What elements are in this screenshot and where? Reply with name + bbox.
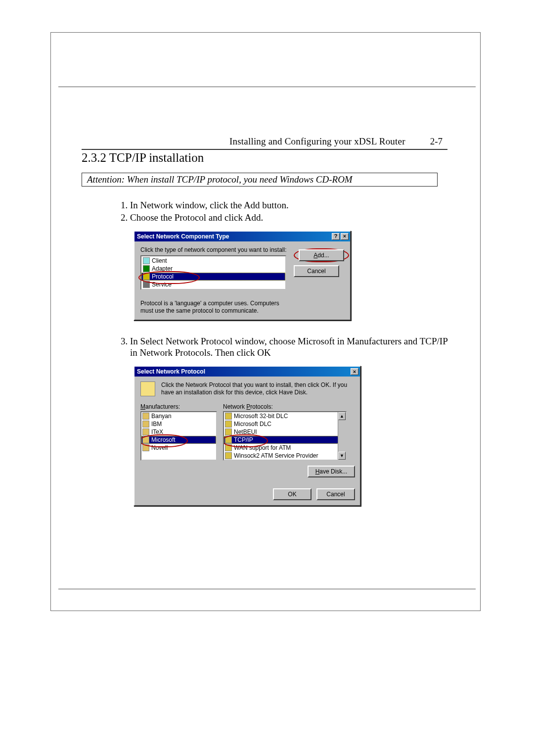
close-button-2[interactable]: × (351, 368, 358, 375)
proto-winsock[interactable]: Winsock2 ATM Service Provider (224, 452, 346, 460)
list-item-client[interactable]: Client (141, 257, 285, 265)
mfg-icon (142, 436, 149, 443)
proto-tcpip[interactable]: TCP/IP (224, 436, 346, 444)
dlc-label: Microsoft DLC (234, 421, 271, 427)
dialog1-title: Select Network Component Type (137, 233, 331, 240)
service-icon (143, 281, 150, 288)
client-icon (143, 257, 150, 264)
mfg-novell[interactable]: Novell (141, 444, 216, 452)
protocol-icon (143, 273, 150, 280)
dialog1-titlebar: Select Network Component Type ? × (134, 232, 350, 241)
client-label: Client (152, 257, 167, 264)
service-label: Service (152, 281, 172, 288)
proto-label-a: Network (223, 403, 246, 410)
protocol-label: Protocol (152, 273, 174, 280)
list-item-service[interactable]: Service (141, 281, 285, 288)
novell-label: Novell (151, 444, 168, 451)
netbeui-label: NetBEUI (234, 428, 257, 435)
proto-label-b: rotocols: (250, 403, 272, 410)
select-component-type-dialog: Select Network Component Type ? × Click … (134, 231, 351, 321)
microsoft-label: Microsoft (151, 436, 176, 443)
proto-icon (225, 428, 232, 435)
dialog2-screenshot: Select Network Protocol × Click the Netw… (134, 366, 447, 506)
page-content: Installing and Configuring your xDSL Rou… (82, 136, 447, 521)
have-disk-rest: ave Disk... (319, 468, 347, 475)
proto-dlc32[interactable]: Microsoft 32-bit DLC (224, 412, 346, 420)
mfg-icon (142, 444, 149, 451)
top-rule (58, 87, 476, 87)
mfg-ibm[interactable]: IBM (141, 420, 216, 428)
network-icon (140, 381, 155, 396)
close-button[interactable]: × (341, 233, 349, 240)
step-list-2: In Select Network Protocol window, choos… (116, 335, 447, 359)
proto-icon (225, 413, 232, 420)
mfg-itex[interactable]: ITeX (141, 428, 216, 436)
step-2: Choose the Protocol and click Add. (130, 212, 447, 224)
cancel-button-2[interactable]: Cancel (316, 488, 355, 500)
list-item-protocol[interactable]: Protocol (141, 273, 285, 281)
dialog2-instruction: Click the Network Protocol that you want… (161, 381, 355, 396)
adapter-icon (143, 265, 150, 272)
dialog1-body: Click the type of network component you … (134, 241, 350, 320)
mfg-banyan[interactable]: Banyan (141, 412, 216, 420)
dialog1-description: Protocol is a 'language' a computer uses… (140, 300, 289, 315)
cancel-button[interactable]: Cancel (294, 265, 339, 277)
manufacturers-list[interactable]: Banyan IBM ITeX Microsoft Novell (140, 411, 217, 461)
protocols-scrollbar[interactable]: ▲ ▼ (338, 412, 346, 460)
chapter-header: Installing and Configuring your xDSL Rou… (82, 136, 447, 147)
mfg-microsoft[interactable]: Microsoft (141, 436, 216, 444)
wanatm-label: WAN support for ATM (234, 444, 291, 451)
manufacturers-label: Manufacturers: (140, 403, 217, 410)
proto-wanatm[interactable]: WAN support for ATM (224, 444, 346, 452)
adapter-label: Adapter (152, 265, 173, 272)
chapter-title: Installing and Configuring your xDSL Rou… (229, 136, 405, 147)
step-1: In Network window, click the Add button. (130, 199, 447, 211)
mfg-rest: anufacturers: (145, 403, 180, 410)
ok-button[interactable]: OK (273, 488, 312, 500)
winsock-label: Winsock2 ATM Service Provider (234, 452, 318, 459)
mfg-icon (142, 421, 149, 427)
dialog2-body: Click the Network Protocol that you want… (134, 377, 360, 505)
dialog2-titlebar: Select Network Protocol × (134, 367, 360, 377)
mfg-icon (142, 428, 149, 435)
list-item-adapter[interactable]: Adapter (141, 265, 285, 273)
add-button[interactable]: Add... (299, 249, 344, 261)
proto-dlc[interactable]: Microsoft DLC (224, 420, 346, 428)
proto-icon (225, 444, 232, 451)
dialog1-instruction: Click the type of network component you … (140, 246, 289, 253)
scroll-up-button[interactable]: ▲ (338, 412, 346, 420)
proto-icon (225, 436, 232, 443)
have-disk-button[interactable]: Have Disk... (308, 466, 355, 477)
select-network-protocol-dialog: Select Network Protocol × Click the Netw… (134, 366, 361, 506)
component-type-list[interactable]: Client Adapter Protocol (140, 255, 286, 290)
dlc32-label: Microsoft 32-bit DLC (234, 413, 288, 420)
mfg-icon (142, 413, 149, 420)
add-button-callout: Add... (294, 248, 349, 262)
protocols-label: Network Protocols: (223, 403, 347, 410)
proto-netbeui[interactable]: NetBEUI (224, 428, 346, 436)
add-btn-rest: dd... (317, 252, 329, 259)
bottom-rule (58, 589, 476, 589)
ibm-label: IBM (151, 421, 162, 427)
itex-label: ITeX (151, 428, 163, 435)
proto-icon (225, 421, 232, 427)
help-button[interactable]: ? (332, 233, 340, 240)
protocols-list[interactable]: Microsoft 32-bit DLC Microsoft DLC NetBE… (223, 411, 347, 461)
mfg-accel: M (140, 403, 145, 410)
scroll-down-button[interactable]: ▼ (338, 452, 346, 460)
page-number: 2-7 (430, 136, 443, 147)
tcpip-label: TCP/IP (234, 436, 253, 443)
dialog2-title: Select Network Protocol (137, 368, 350, 375)
proto-icon (225, 452, 232, 459)
dialog1-button-column: Add... Cancel (294, 248, 349, 315)
banyan-label: Banyan (151, 413, 172, 420)
section-title: 2.3.2 TCP/IP installation (82, 151, 447, 165)
step-list: In Network window, click the Add button.… (116, 199, 447, 224)
dialog1-screenshot: Select Network Component Type ? × Click … (134, 231, 447, 321)
attention-box: Attention: When install TCP/IP protocol,… (82, 173, 438, 187)
step-3: In Select Network Protocol window, choos… (130, 335, 447, 359)
section-rule (82, 149, 447, 150)
